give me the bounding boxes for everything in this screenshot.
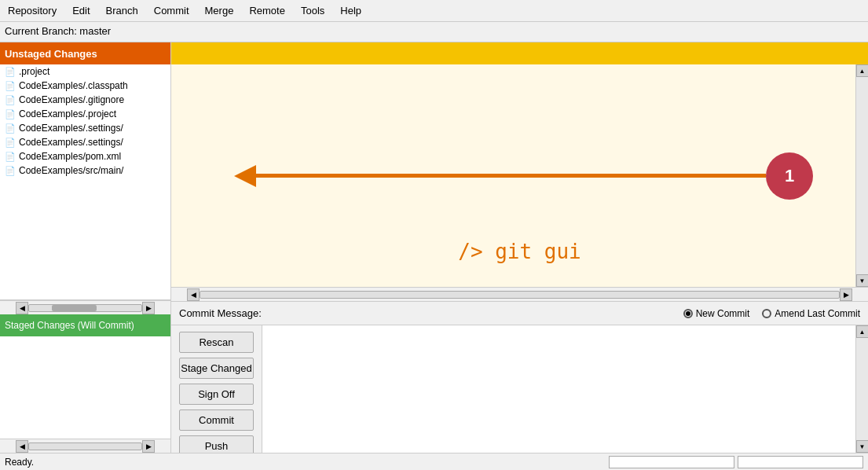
commit-buttons-panel: Rescan Stage Changed Sign Off Commit Pus… [171, 325, 262, 453]
diff-hscroll-track[interactable] [200, 291, 840, 299]
commit-vscroll-down[interactable]: ▼ [856, 440, 869, 453]
commit-vscroll-track[interactable] [856, 338, 869, 440]
commit-area: Commit Message: New Commit Amend Last Co… [171, 302, 868, 453]
commit-vscroll-up[interactable]: ▲ [856, 325, 869, 338]
diff-vscroll-up[interactable]: ▲ [856, 64, 869, 77]
commit-vscrollbar[interactable]: ▲ ▼ [855, 325, 868, 453]
status-text: Ready. [5, 457, 609, 468]
file-list-item[interactable]: 📄CodeExamples/.gitignore [0, 93, 170, 107]
staged-hscroll-right[interactable]: ▶ [142, 440, 155, 453]
radio-amend-commit-label: Amend Last Commit [775, 308, 860, 319]
diff-hscrollbar[interactable]: ◀ ▶ [171, 287, 868, 301]
status-right-boxes [609, 456, 863, 468]
file-name: CodeExamples/.gitignore [19, 94, 124, 105]
sign-off-button[interactable]: Sign Off [179, 384, 254, 405]
diff-vscrollbar[interactable]: ▲ ▼ [855, 64, 868, 287]
diff-vscroll-track[interactable] [856, 77, 869, 274]
menu-help[interactable]: Help [332, 3, 369, 18]
file-icon: 📄 [5, 81, 16, 91]
commit-message-input[interactable] [262, 325, 868, 453]
right-panel: 1 /> git gui ▲ ▼ ◀ ▶ Commit Message: [171, 42, 868, 453]
diff-vscroll-down[interactable]: ▼ [856, 274, 869, 287]
file-list-item[interactable]: 📄CodeExamples/pom.xml [0, 149, 170, 163]
file-name: CodeExamples/.project [19, 108, 116, 119]
commit-main: Rescan Stage Changed Sign Off Commit Pus… [171, 325, 868, 453]
radio-new-commit-label: New Commit [696, 308, 750, 319]
diff-area: 1 /> git gui ▲ ▼ ◀ ▶ [171, 42, 868, 302]
menu-repository[interactable]: Repository [0, 3, 64, 18]
file-list-item[interactable]: 📄.project [0, 64, 170, 79]
menu-commit[interactable]: Commit [146, 3, 197, 18]
file-icon: 📄 [5, 152, 16, 162]
staged-hscroll-left[interactable]: ◀ [16, 440, 28, 453]
file-list-item[interactable]: 📄CodeExamples/.settings/ [0, 121, 170, 135]
file-list-item[interactable]: 📄CodeExamples/src/main/ [0, 163, 170, 178]
diff-content: 1 /> git gui [171, 64, 868, 287]
rescan-button[interactable]: Rescan [179, 332, 254, 353]
push-button[interactable]: Push [179, 435, 254, 453]
radio-amend-commit-circle[interactable] [762, 309, 771, 318]
circle-badge: 1 [766, 152, 813, 200]
menu-bar: Repository Edit Branch Commit Merge Remo… [0, 0, 868, 22]
radio-amend-commit[interactable]: Amend Last Commit [762, 308, 860, 319]
file-list-item[interactable]: 📄CodeExamples/.settings/ [0, 135, 170, 149]
file-name: .project [19, 66, 49, 77]
commit-header: Commit Message: New Commit Amend Last Co… [171, 302, 868, 325]
file-list-item[interactable]: 📄CodeExamples/.classpath [0, 79, 170, 93]
branch-label: Current Branch: master [5, 25, 111, 37]
main-layout: Unstaged Changes 📄.project📄CodeExamples/… [0, 42, 868, 453]
commit-message-area: ▲ ▼ [262, 325, 868, 453]
diff-hscroll-left[interactable]: ◀ [187, 288, 200, 301]
file-name: CodeExamples/.classpath [19, 80, 128, 91]
arrow-line [256, 174, 766, 178]
unstaged-header: Unstaged Changes [0, 42, 170, 64]
file-icon: 📄 [5, 138, 16, 148]
branch-bar: Current Branch: master [0, 22, 868, 42]
staged-file-list[interactable] [0, 336, 170, 439]
file-icon: 📄 [5, 95, 16, 105]
arrow-head [234, 165, 256, 187]
file-name: CodeExamples/.settings/ [19, 137, 123, 148]
staged-hscroll-track[interactable] [28, 442, 142, 450]
menu-branch[interactable]: Branch [98, 3, 146, 18]
file-name: CodeExamples/src/main/ [19, 165, 123, 176]
status-bar: Ready. [0, 453, 868, 470]
commit-message-label: Commit Message: [179, 307, 262, 319]
hscroll-right-arrow[interactable]: ▶ [142, 302, 155, 314]
file-icon: 📄 [5, 67, 16, 77]
radio-new-commit[interactable]: New Commit [683, 308, 750, 319]
file-icon: 📄 [5, 123, 16, 134]
file-icon: 📄 [5, 166, 16, 176]
diff-top-bar [171, 42, 868, 64]
menu-edit[interactable]: Edit [64, 3, 97, 18]
status-box-2 [738, 456, 863, 468]
arrow-container [234, 165, 766, 187]
menu-merge[interactable]: Merge [197, 3, 242, 18]
staged-hscrollbar[interactable]: ◀ ▶ [0, 439, 170, 453]
file-icon: 📄 [5, 109, 16, 119]
menu-remote[interactable]: Remote [241, 3, 293, 18]
status-box-1 [609, 456, 734, 468]
commit-button[interactable]: Commit [179, 409, 254, 431]
diff-hscroll-right[interactable]: ▶ [840, 288, 852, 301]
file-name: CodeExamples/pom.xml [19, 151, 121, 162]
hscroll-track[interactable] [28, 304, 142, 312]
menu-tools[interactable]: Tools [293, 3, 332, 18]
stage-changed-button[interactable]: Stage Changed [179, 358, 254, 379]
file-list-item[interactable]: 📄CodeExamples/.project [0, 107, 170, 121]
file-name: CodeExamples/.settings/ [19, 123, 123, 134]
staged-header: Staged Changes (Will Commit) [0, 314, 170, 336]
unstaged-file-list[interactable]: 📄.project📄CodeExamples/.classpath📄CodeEx… [0, 64, 170, 300]
unstaged-hscrollbar[interactable]: ◀ ▶ [0, 300, 170, 314]
hscroll-thumb[interactable] [52, 305, 97, 311]
left-panel: Unstaged Changes 📄.project📄CodeExamples/… [0, 42, 171, 453]
git-gui-text: /> git gui [458, 240, 581, 263]
radio-new-commit-circle[interactable] [683, 309, 693, 318]
hscroll-left-arrow[interactable]: ◀ [16, 302, 28, 314]
commit-radio-group: New Commit Amend Last Commit [683, 308, 860, 319]
